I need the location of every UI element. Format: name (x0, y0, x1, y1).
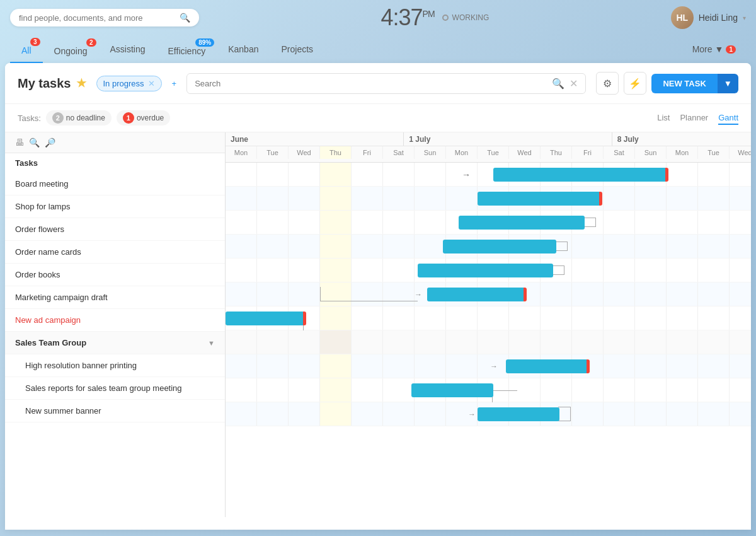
gantt-row-board-meeting[interactable]: → (226, 163, 751, 187)
gantt-body: → (226, 163, 751, 426)
task-search-input[interactable] (195, 79, 547, 88)
gantt-bar-order-flowers[interactable] (459, 216, 585, 230)
gantt-row-marketing-draft[interactable]: → (226, 283, 751, 306)
print-icon[interactable]: 🖶 (15, 137, 24, 148)
gantt-container: 🖶 🔍 🔎 Tasks Board meeting Shop for lamps… (5, 132, 751, 517)
gantt-bar-shop-lamps[interactable] (478, 192, 600, 206)
dependency-bracket (552, 265, 564, 275)
clear-search-icon[interactable]: ✕ (570, 78, 578, 90)
task-name-order-flowers: Order flowers (15, 224, 215, 234)
task-row[interactable]: Order name cards (5, 241, 225, 264)
task-row[interactable]: Order flowers (5, 218, 225, 241)
gantt-bar-board-meeting[interactable] (493, 168, 667, 182)
tasks-info-bar: Tasks: 2 no deadline 1 overdue List Plan… (5, 104, 751, 132)
more-tab-label: More (692, 44, 713, 54)
no-deadline-label: no deadline (66, 114, 105, 122)
task-row[interactable]: New ad campaign (5, 309, 225, 332)
search-filter[interactable]: 🔍 ✕ (186, 73, 586, 94)
new-task-button[interactable]: NEW TASK (651, 74, 717, 93)
group-name-sales: Sales Team Group (15, 338, 208, 347)
working-status: WORKING (442, 13, 490, 22)
gantt-row-shop-lamps[interactable] (226, 187, 751, 211)
tab-kanban-label: Kanban (228, 44, 258, 54)
gantt-bar-new-ad[interactable] (226, 312, 304, 325)
view-tab-planner[interactable]: Planner (680, 112, 708, 125)
gantt-bar-marketing-draft[interactable] (427, 288, 525, 301)
zoom-out-icon[interactable]: 🔎 (45, 137, 55, 148)
task-row[interactable]: Shop for lamps (5, 195, 225, 218)
gantt-row-order-name-cards[interactable] (226, 235, 751, 259)
status-label: WORKING (452, 13, 490, 22)
gantt-row-order-flowers[interactable] (226, 211, 751, 235)
tab-ongoing-label: Ongoing (54, 46, 88, 56)
plus-icon: + (172, 79, 177, 88)
avatar: HL (671, 6, 694, 29)
gantt-row-order-books[interactable] (226, 259, 751, 283)
view-tab-list[interactable]: List (657, 112, 670, 125)
overdue-count: 1 (123, 112, 134, 124)
gantt-row-new-ad[interactable] (226, 306, 751, 330)
tab-efficiency[interactable]: Efficiency 89% (157, 36, 217, 62)
task-name-order-books: Order books (15, 270, 215, 279)
gantt-bar-order-books[interactable] (418, 264, 553, 277)
no-deadline-chip[interactable]: 2 no deadline (46, 110, 112, 125)
day-thu-today: Thu (320, 146, 352, 159)
task-row[interactable]: High resolution banner printing (5, 354, 225, 377)
remove-filter-icon[interactable]: ✕ (148, 79, 155, 88)
month-june: June (226, 132, 404, 146)
add-filter-btn[interactable]: + (172, 79, 177, 88)
gantt-bar-hi-res-banner[interactable] (506, 359, 588, 373)
new-task-dropdown-button[interactable]: ▼ (718, 74, 738, 93)
task-name-hi-res-banner: High resolution banner printing (25, 361, 215, 370)
tab-projects[interactable]: Projects (270, 38, 324, 61)
connector-line (320, 287, 321, 301)
gantt-bar-sales-reports[interactable] (411, 383, 493, 397)
user-section[interactable]: HL Heidi Ling ▾ (671, 6, 746, 29)
page-title: My tasks ★ (18, 76, 86, 91)
view-tab-gantt[interactable]: Gantt (718, 112, 738, 125)
day-thu-2: Thu (541, 146, 572, 159)
task-row[interactable]: Marketing campaign draft (5, 286, 225, 309)
star-icon[interactable]: ★ (76, 76, 86, 90)
day-mon-3: Mon (667, 146, 698, 159)
global-search-input[interactable] (19, 13, 175, 23)
day-mon-2: Mon (446, 146, 478, 159)
gantt-row-hi-res-banner[interactable]: → (226, 354, 751, 378)
day-tue-2: Tue (478, 146, 509, 159)
month-8-july: 8 July (612, 132, 751, 146)
nav-tabs: All 3 Ongoing 2 Assisting Efficiency 89%… (0, 35, 756, 63)
working-dot-icon (442, 15, 449, 21)
tasks-column-header: Tasks (5, 153, 225, 173)
header-actions: ⚙ ⚡ NEW TASK ▼ (596, 72, 738, 95)
clock-display: 4:37PM (381, 4, 434, 31)
tab-efficiency-label: Efficiency (168, 46, 206, 56)
top-bar: 🔍 4:37PM WORKING HL Heidi Ling ▾ (0, 0, 756, 35)
task-row[interactable]: Order books (5, 264, 225, 286)
gantt-row-sales-reports[interactable] (226, 378, 751, 402)
gantt-bar-order-name-cards[interactable] (443, 240, 556, 253)
overdue-label: overdue (137, 114, 164, 122)
task-row[interactable]: New summer banner (5, 400, 225, 422)
filter-chip-in-progress[interactable]: In progress ✕ (96, 76, 162, 91)
tab-assisting[interactable]: Assisting (99, 38, 157, 61)
global-search-box[interactable]: 🔍 (10, 9, 199, 26)
tab-ongoing[interactable]: Ongoing 2 (43, 36, 99, 62)
gantt-row-new-summer[interactable]: → (226, 402, 751, 426)
day-tue-1: Tue (257, 146, 289, 159)
task-row[interactable]: Board meeting (5, 173, 225, 195)
overdue-chip[interactable]: 1 overdue (117, 110, 170, 125)
task-row[interactable]: Sales reports for sales team group meeti… (5, 377, 225, 400)
group-chevron-icon: ▼ (208, 339, 215, 347)
zoom-in-icon[interactable]: 🔍 (29, 137, 40, 148)
more-tab[interactable]: More ▼ 1 (682, 38, 746, 61)
month-1-july: 1 July (404, 132, 612, 146)
tab-ongoing-badge: 2 (86, 38, 96, 47)
tab-kanban[interactable]: Kanban (217, 38, 270, 61)
dependency-bracket (583, 218, 596, 227)
day-fri-1: Fri (352, 146, 383, 159)
tab-all[interactable]: All 3 (10, 35, 43, 63)
lightning-button[interactable]: ⚡ (624, 72, 646, 95)
settings-button[interactable]: ⚙ (596, 72, 619, 95)
gantt-bar-new-summer[interactable] (478, 407, 559, 421)
task-group-row-sales[interactable]: Sales Team Group ▼ (5, 332, 225, 354)
